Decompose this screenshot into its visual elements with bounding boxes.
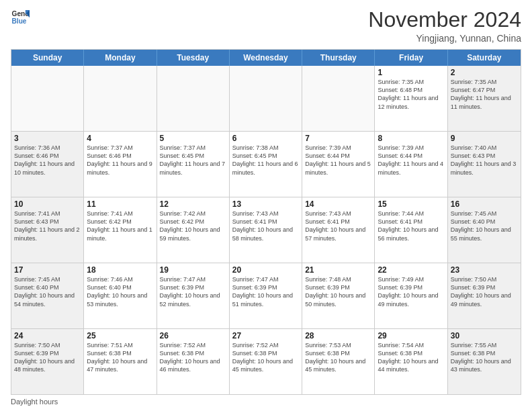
day-detail: Sunrise: 7:46 AM Sunset: 6:40 PM Dayligh… — [87, 275, 153, 308]
day-number: 5 — [160, 134, 226, 143]
day-detail: Sunrise: 7:37 AM Sunset: 6:45 PM Dayligh… — [160, 144, 226, 177]
month-title: November 2024 — [368, 8, 521, 32]
day-cell-3: 3Sunrise: 7:36 AM Sunset: 6:46 PM Daylig… — [11, 132, 84, 197]
day-number: 11 — [87, 199, 153, 209]
day-number: 10 — [14, 199, 81, 209]
header-day-wednesday: Wednesday — [230, 50, 302, 66]
day-number: 13 — [232, 199, 299, 209]
empty-cell — [84, 66, 157, 131]
day-cell-8: 8Sunrise: 7:39 AM Sunset: 6:44 PM Daylig… — [375, 132, 447, 197]
day-number: 14 — [305, 199, 371, 209]
header-day-tuesday: Tuesday — [157, 50, 230, 66]
day-cell-18: 18Sunrise: 7:46 AM Sunset: 6:40 PM Dayli… — [84, 263, 157, 328]
day-number: 16 — [451, 199, 518, 209]
day-number: 29 — [378, 331, 444, 340]
day-cell-13: 13Sunrise: 7:43 AM Sunset: 6:41 PM Dayli… — [230, 197, 302, 263]
day-detail: Sunrise: 7:47 AM Sunset: 6:39 PM Dayligh… — [232, 275, 299, 308]
day-cell-4: 4Sunrise: 7:37 AM Sunset: 6:46 PM Daylig… — [84, 132, 157, 197]
calendar-header: SundayMondayTuesdayWednesdayThursdayFrid… — [11, 50, 521, 66]
header-day-friday: Friday — [375, 50, 447, 66]
calendar-week-4: 17Sunrise: 7:45 AM Sunset: 6:40 PM Dayli… — [11, 263, 521, 328]
day-detail: Sunrise: 7:43 AM Sunset: 6:41 PM Dayligh… — [305, 210, 371, 242]
day-number: 3 — [14, 134, 81, 143]
day-number: 23 — [451, 265, 518, 275]
day-detail: Sunrise: 7:41 AM Sunset: 6:42 PM Dayligh… — [87, 210, 153, 242]
day-detail: Sunrise: 7:35 AM Sunset: 6:48 PM Dayligh… — [378, 78, 444, 111]
day-cell-1: 1Sunrise: 7:35 AM Sunset: 6:48 PM Daylig… — [375, 66, 447, 131]
header-day-sunday: Sunday — [11, 50, 84, 66]
header: General Blue General Blue November 2024 … — [11, 8, 521, 44]
day-cell-19: 19Sunrise: 7:47 AM Sunset: 6:39 PM Dayli… — [157, 263, 230, 328]
day-number: 4 — [87, 134, 153, 143]
day-detail: Sunrise: 7:43 AM Sunset: 6:41 PM Dayligh… — [232, 210, 299, 242]
calendar-week-5: 24Sunrise: 7:50 AM Sunset: 6:39 PM Dayli… — [11, 328, 521, 394]
day-number: 26 — [160, 331, 226, 340]
day-detail: Sunrise: 7:48 AM Sunset: 6:39 PM Dayligh… — [305, 275, 371, 308]
empty-cell — [230, 66, 302, 131]
day-number: 1 — [378, 68, 444, 77]
day-cell-23: 23Sunrise: 7:50 AM Sunset: 6:39 PM Dayli… — [448, 263, 521, 328]
location-subtitle: Yingjiang, Yunnan, China — [368, 33, 521, 44]
day-detail: Sunrise: 7:39 AM Sunset: 6:44 PM Dayligh… — [378, 144, 444, 177]
day-cell-10: 10Sunrise: 7:41 AM Sunset: 6:43 PM Dayli… — [11, 197, 84, 263]
day-cell-11: 11Sunrise: 7:41 AM Sunset: 6:42 PM Dayli… — [84, 197, 157, 263]
day-cell-6: 6Sunrise: 7:38 AM Sunset: 6:45 PM Daylig… — [230, 132, 302, 197]
header-day-monday: Monday — [84, 50, 157, 66]
day-detail: Sunrise: 7:42 AM Sunset: 6:42 PM Dayligh… — [160, 210, 226, 242]
empty-cell — [302, 66, 375, 131]
day-detail: Sunrise: 7:45 AM Sunset: 6:40 PM Dayligh… — [14, 275, 81, 308]
day-cell-30: 30Sunrise: 7:55 AM Sunset: 6:38 PM Dayli… — [448, 329, 521, 394]
empty-cell — [157, 66, 230, 131]
day-number: 2 — [451, 68, 518, 77]
empty-cell — [11, 66, 84, 131]
day-cell-21: 21Sunrise: 7:48 AM Sunset: 6:39 PM Dayli… — [302, 263, 375, 328]
day-cell-7: 7Sunrise: 7:39 AM Sunset: 6:44 PM Daylig… — [302, 132, 375, 197]
page: General Blue General Blue November 2024 … — [0, 0, 532, 411]
day-cell-20: 20Sunrise: 7:47 AM Sunset: 6:39 PM Dayli… — [230, 263, 302, 328]
day-number: 30 — [451, 331, 518, 340]
day-cell-5: 5Sunrise: 7:37 AM Sunset: 6:45 PM Daylig… — [157, 132, 230, 197]
day-detail: Sunrise: 7:45 AM Sunset: 6:40 PM Dayligh… — [451, 210, 518, 242]
day-cell-27: 27Sunrise: 7:52 AM Sunset: 6:38 PM Dayli… — [230, 329, 302, 394]
day-cell-24: 24Sunrise: 7:50 AM Sunset: 6:39 PM Dayli… — [11, 329, 84, 394]
svg-text:Blue: Blue — [12, 17, 27, 25]
day-number: 8 — [378, 134, 444, 143]
calendar: SundayMondayTuesdayWednesdayThursdayFrid… — [11, 49, 521, 395]
day-detail: Sunrise: 7:36 AM Sunset: 6:46 PM Dayligh… — [14, 144, 81, 177]
day-detail: Sunrise: 7:38 AM Sunset: 6:45 PM Dayligh… — [232, 144, 299, 177]
day-detail: Sunrise: 7:47 AM Sunset: 6:39 PM Dayligh… — [160, 275, 226, 308]
day-detail: Sunrise: 7:50 AM Sunset: 6:39 PM Dayligh… — [451, 275, 518, 308]
day-detail: Sunrise: 7:37 AM Sunset: 6:46 PM Dayligh… — [87, 144, 153, 177]
day-number: 27 — [232, 331, 299, 340]
title-block: November 2024 Yingjiang, Yunnan, China — [368, 8, 521, 44]
header-day-thursday: Thursday — [302, 50, 375, 66]
day-number: 21 — [305, 265, 371, 275]
day-number: 28 — [305, 331, 371, 340]
day-cell-26: 26Sunrise: 7:52 AM Sunset: 6:38 PM Dayli… — [157, 329, 230, 394]
day-number: 19 — [160, 265, 226, 275]
day-cell-2: 2Sunrise: 7:35 AM Sunset: 6:47 PM Daylig… — [448, 66, 521, 131]
day-detail: Sunrise: 7:44 AM Sunset: 6:41 PM Dayligh… — [378, 210, 444, 242]
day-cell-12: 12Sunrise: 7:42 AM Sunset: 6:42 PM Dayli… — [157, 197, 230, 263]
day-detail: Sunrise: 7:53 AM Sunset: 6:38 PM Dayligh… — [305, 341, 371, 374]
day-cell-29: 29Sunrise: 7:54 AM Sunset: 6:38 PM Dayli… — [375, 329, 447, 394]
day-number: 18 — [87, 265, 153, 275]
day-number: 9 — [451, 134, 518, 143]
calendar-week-3: 10Sunrise: 7:41 AM Sunset: 6:43 PM Dayli… — [11, 197, 521, 263]
day-detail: Sunrise: 7:54 AM Sunset: 6:38 PM Dayligh… — [378, 341, 444, 374]
day-detail: Sunrise: 7:35 AM Sunset: 6:47 PM Dayligh… — [451, 78, 518, 111]
day-cell-14: 14Sunrise: 7:43 AM Sunset: 6:41 PM Dayli… — [302, 197, 375, 263]
calendar-week-1: 1Sunrise: 7:35 AM Sunset: 6:48 PM Daylig… — [11, 66, 521, 131]
day-detail: Sunrise: 7:55 AM Sunset: 6:38 PM Dayligh… — [451, 341, 518, 374]
day-detail: Sunrise: 7:39 AM Sunset: 6:44 PM Dayligh… — [305, 144, 371, 177]
calendar-body: 1Sunrise: 7:35 AM Sunset: 6:48 PM Daylig… — [11, 66, 521, 394]
day-number: 17 — [14, 265, 81, 275]
day-cell-15: 15Sunrise: 7:44 AM Sunset: 6:41 PM Dayli… — [375, 197, 447, 263]
day-cell-22: 22Sunrise: 7:49 AM Sunset: 6:39 PM Dayli… — [375, 263, 447, 328]
day-cell-25: 25Sunrise: 7:51 AM Sunset: 6:38 PM Dayli… — [84, 329, 157, 394]
day-cell-16: 16Sunrise: 7:45 AM Sunset: 6:40 PM Dayli… — [448, 197, 521, 263]
footer-note: Daylight hours — [11, 398, 521, 406]
header-day-saturday: Saturday — [448, 50, 521, 66]
day-number: 24 — [14, 331, 81, 340]
day-number: 6 — [232, 134, 299, 143]
